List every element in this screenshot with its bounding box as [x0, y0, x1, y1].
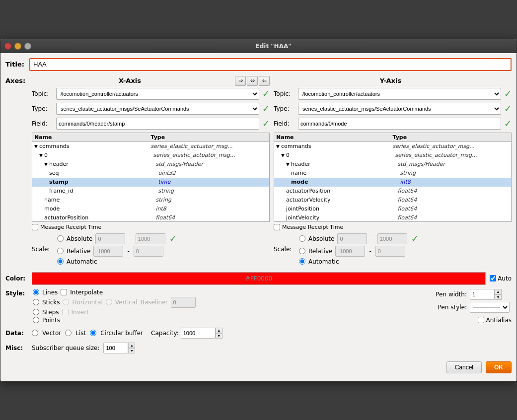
data-section: Data: Vector List Circular buffer Capaci…: [5, 328, 512, 339]
table-row[interactable]: jointPosition float64: [274, 205, 511, 213]
color-auto-checkbox[interactable]: [490, 275, 496, 281]
interpolate-checkbox[interactable]: [61, 289, 67, 295]
xaxis-name-col: Name: [34, 134, 151, 140]
xaxis-abs-max[interactable]: [136, 233, 165, 244]
table-row[interactable]: actuatorVelocity float64: [274, 196, 511, 205]
style-label: Style:: [5, 289, 28, 297]
xaxis-auto-radio[interactable]: [57, 258, 64, 265]
queue-up[interactable]: ▲: [128, 343, 135, 348]
yaxis-msg-receipt-checkbox[interactable]: [274, 224, 280, 230]
pen-width-down[interactable]: ▼: [495, 294, 502, 300]
misc-label: Misc:: [5, 345, 28, 351]
horizontal-label: Horizontal: [72, 299, 102, 306]
pen-style-select[interactable]: ──────── - - - - - · · · · ·: [470, 302, 510, 313]
xaxis-rel-min[interactable]: [93, 246, 123, 257]
xaxis-relative-radio[interactable]: [57, 248, 64, 254]
style-lines-label: Lines: [42, 289, 58, 296]
minimize-button[interactable]: [14, 43, 21, 50]
yaxis-scale-section: Scale: Absolute - ✓: [274, 233, 512, 265]
style-sticks-radio[interactable]: [33, 299, 39, 305]
table-row[interactable]: ▼0 series_elastic_actuator_msg...: [32, 151, 269, 160]
move-left-button[interactable]: ⇐: [259, 76, 270, 86]
yaxis-rel-min[interactable]: [335, 246, 365, 257]
swap-button[interactable]: ⇔: [247, 76, 258, 86]
color-auto-label: Auto: [498, 275, 512, 282]
xaxis-type-check: ✓: [262, 103, 270, 114]
xaxis-field-input[interactable]: [56, 118, 259, 130]
invert-checkbox[interactable]: [62, 309, 69, 315]
xaxis-msg-receipt-checkbox[interactable]: [32, 224, 38, 230]
yaxis-field-check: ✓: [504, 118, 512, 129]
table-row[interactable]: name string: [32, 196, 269, 205]
table-row[interactable]: jointVelocity float64: [274, 213, 511, 222]
pen-width-input[interactable]: [470, 289, 495, 300]
yaxis-abs-min[interactable]: [337, 233, 367, 244]
capacity-input[interactable]: [181, 328, 216, 339]
xaxis-rel-max[interactable]: [134, 246, 163, 257]
close-button[interactable]: [4, 43, 11, 50]
yaxis-tree[interactable]: Name Type ▼commands series_elastic_actua…: [274, 133, 512, 222]
xaxis-abs-min[interactable]: [95, 233, 125, 244]
data-list-radio[interactable]: [65, 330, 72, 336]
yaxis-rel-max[interactable]: [375, 246, 405, 257]
ok-button[interactable]: OK: [486, 361, 512, 373]
yaxis-abs-max[interactable]: [377, 233, 407, 244]
table-row[interactable]: stamp time: [32, 178, 269, 187]
yaxis-type-label: Type:: [274, 105, 296, 112]
data-circular-radio[interactable]: [90, 330, 96, 336]
xaxis-msg-receipt-label: Message Receipt Time: [40, 224, 101, 230]
yaxis-relative-radio[interactable]: [299, 248, 305, 254]
edit-dialog: Edit "HAA" Title: Axes: X-Axis ⇒ ⇔ ⇐: [0, 39, 517, 382]
data-vector-radio[interactable]: [32, 330, 38, 336]
xaxis-auto-label: Automatic: [67, 258, 97, 265]
cancel-button[interactable]: Cancel: [446, 361, 482, 373]
capacity-up[interactable]: ▲: [216, 328, 222, 333]
title-input[interactable]: [29, 58, 512, 71]
xaxis-tree[interactable]: Name Type ▼commands series_elastic_actua…: [32, 133, 270, 222]
yaxis-auto-label: Automatic: [308, 258, 339, 265]
yaxis-tree-header: Name Type: [274, 133, 511, 142]
window-title: Edit "HAA": [34, 43, 513, 50]
antialias-checkbox[interactable]: [478, 317, 484, 323]
table-row[interactable]: frame_id string: [32, 187, 269, 196]
table-row[interactable]: seq uint32: [32, 169, 269, 178]
pen-width-up[interactable]: ▲: [495, 289, 502, 294]
table-row[interactable]: actuatorPosition float64: [32, 213, 269, 222]
table-row[interactable]: ▼header std_msgs/Header: [274, 160, 511, 169]
style-lines-radio[interactable]: [33, 289, 39, 295]
vertical-radio[interactable]: [106, 299, 112, 305]
xaxis-topic-select[interactable]: /locomotion_controller/actuators: [56, 88, 259, 100]
yaxis-relative-label: Relative: [308, 248, 332, 255]
yaxis-topic-select[interactable]: /locomotion_controller/actuators: [298, 88, 501, 100]
yaxis-auto-radio[interactable]: [299, 258, 305, 265]
queue-input[interactable]: [103, 343, 128, 353]
move-right-button[interactable]: ⇒: [235, 76, 246, 86]
yaxis-msg-receipt-label: Message Receipt Time: [282, 224, 343, 230]
table-row[interactable]: name string: [274, 169, 511, 178]
queue-down[interactable]: ▼: [128, 348, 135, 353]
table-row[interactable]: ▼header std_msgs/Header: [32, 160, 269, 169]
yaxis-type-select[interactable]: series_elastic_actuator_msgs/SeActuatorC…: [298, 103, 501, 115]
horizontal-radio[interactable]: [63, 299, 69, 305]
xaxis-type-select[interactable]: series_elastic_actuator_msgs/SeActuatorC…: [56, 103, 259, 115]
color-section: Color: #FF0000 Auto: [5, 272, 512, 285]
table-row[interactable]: mode int8: [32, 205, 269, 213]
yaxis-absolute-radio[interactable]: [299, 235, 305, 242]
style-points-radio[interactable]: [33, 317, 39, 323]
capacity-down[interactable]: ▼: [216, 333, 222, 339]
style-steps-radio[interactable]: [33, 309, 39, 315]
table-row[interactable]: ▼commands series_elastic_actuator_msg...: [274, 142, 511, 151]
table-row[interactable]: actuatorPosition float64: [274, 187, 511, 196]
table-row[interactable]: ▼commands series_elastic_actuator_msg...: [32, 142, 269, 151]
color-picker-bar[interactable]: #FF0000: [32, 272, 486, 285]
table-row[interactable]: ▼0 series_elastic_actuator_msg...: [274, 151, 511, 160]
table-row[interactable]: mode int8: [274, 178, 511, 187]
yaxis-field-input[interactable]: [298, 118, 501, 130]
baseline-input[interactable]: [171, 297, 196, 308]
yaxis-type-col: Type: [393, 134, 510, 140]
titlebar: Edit "HAA": [0, 39, 517, 53]
xaxis-tree-header: Name Type: [32, 133, 269, 142]
maximize-button[interactable]: [24, 43, 31, 50]
xaxis-absolute-radio[interactable]: [57, 235, 64, 242]
xaxis-absolute-label: Absolute: [67, 235, 92, 242]
